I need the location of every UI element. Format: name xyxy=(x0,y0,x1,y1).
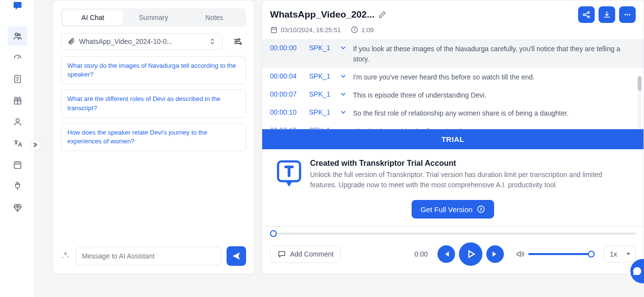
file-select-dropdown[interactable]: WhatsApp_Video_2024-10-0... xyxy=(61,33,223,50)
svg-point-14 xyxy=(629,14,630,16)
speaker: SPK_1 xyxy=(309,90,333,98)
send-button[interactable] xyxy=(227,246,246,266)
current-time: 0:00 xyxy=(415,250,428,258)
sidebar-item-translate[interactable] xyxy=(8,134,27,153)
speaker: SPK_1 xyxy=(309,108,333,116)
trial-banner: TRIAL xyxy=(262,129,644,149)
chevron-down-icon[interactable] xyxy=(339,72,347,81)
send-icon xyxy=(231,251,241,261)
skip-forward-icon xyxy=(491,250,499,258)
svg-point-12 xyxy=(624,14,626,16)
sidebar-item-premium[interactable] xyxy=(8,198,27,218)
chevron-down-icon[interactable] xyxy=(339,90,347,99)
more-button[interactable] xyxy=(619,6,636,23)
calendar-icon xyxy=(270,26,278,34)
transcript-row[interactable]: 00:00:13 SPK_1 That is why Devi is also … xyxy=(262,122,644,129)
transcript-text: I'm sure you've never heard this before … xyxy=(353,72,636,82)
page-title: WhatsApp_Video_202... xyxy=(270,9,374,20)
tab-notes[interactable]: Notes xyxy=(184,10,245,25)
download-icon xyxy=(602,10,611,19)
suggestion-item[interactable]: How does the speaker relate Devi's journ… xyxy=(61,123,246,151)
chevron-down-icon[interactable] xyxy=(339,108,347,118)
upgrade-box: Created with Transkriptor Trial Account … xyxy=(262,149,644,200)
svg-point-1 xyxy=(18,34,20,36)
paperclip-icon xyxy=(67,38,75,45)
sidebar-item-people[interactable] xyxy=(8,26,27,46)
logo xyxy=(0,0,35,12)
timestamp: 00:00:13 xyxy=(270,126,303,129)
audio-player: Add Comment 0:00 1x xyxy=(262,226,644,274)
suggestion-item[interactable]: What story do the images of Navadurga te… xyxy=(61,56,246,84)
edit-icon[interactable] xyxy=(378,11,386,19)
suggestion-item[interactable]: What are the different roles of Devi as … xyxy=(61,89,246,118)
upgrade-desc: Unlock the full version of Transkriptor.… xyxy=(310,170,630,190)
sidebar-item-integration[interactable] xyxy=(8,177,27,196)
timestamp: 00:00:10 xyxy=(270,108,303,116)
tab-summary[interactable]: Summary xyxy=(123,10,184,25)
sidebar xyxy=(0,0,35,297)
get-full-version-button[interactable]: Get Full Version xyxy=(412,200,494,218)
volume-handle[interactable] xyxy=(588,251,595,257)
svg-point-18 xyxy=(478,206,484,213)
transcript-row[interactable]: 00:00:04 SPK_1 I'm sure you've never hea… xyxy=(262,68,644,86)
sidebar-item-profile[interactable] xyxy=(8,112,27,132)
volume-slider[interactable] xyxy=(528,253,592,255)
speed-select[interactable]: 1x xyxy=(603,246,636,262)
transkriptor-logo xyxy=(276,159,302,190)
timestamp: 00:00:07 xyxy=(270,90,303,98)
svg-rect-15 xyxy=(271,27,277,33)
download-button[interactable] xyxy=(599,6,615,23)
skip-back-icon xyxy=(442,250,451,258)
transcript-text: So the first role of relationship any wo… xyxy=(353,108,636,119)
transcript-row[interactable]: 00:00:10 SPK_1 So the first role of rela… xyxy=(262,104,644,122)
sidebar-item-document[interactable] xyxy=(8,69,27,89)
play-icon xyxy=(465,249,476,259)
speaker: SPK_1 xyxy=(309,44,333,52)
comment-icon xyxy=(277,250,286,258)
sidebar-expand-button[interactable] xyxy=(29,139,41,151)
svg-point-13 xyxy=(627,14,628,16)
chevron-down-icon[interactable] xyxy=(339,126,347,129)
file-select-name: WhatsApp_Video_2024-10-0... xyxy=(79,38,205,45)
share-button[interactable] xyxy=(578,6,595,23)
sidebar-item-calendar[interactable] xyxy=(8,155,27,175)
chat-icon xyxy=(632,266,643,277)
suggestion-list: What story do the images of Navadurga te… xyxy=(61,56,246,151)
scrollbar[interactable] xyxy=(638,76,642,129)
svg-point-6 xyxy=(238,39,240,40)
prev-button[interactable] xyxy=(437,245,455,263)
dots-icon xyxy=(623,10,632,19)
progress-bar[interactable] xyxy=(270,233,636,235)
arrow-circle-icon xyxy=(477,205,485,214)
sparkle-icon xyxy=(61,251,71,261)
transcript-list: 00:00:00 SPK_1 If you look at these imag… xyxy=(262,40,644,129)
upgrade-title: Created with Transkriptor Trial Account xyxy=(310,159,630,168)
ai-chat-panel: AI Chat Summary Notes WhatsApp_Video_202… xyxy=(53,0,254,274)
tab-ai-chat[interactable]: AI Chat xyxy=(62,10,123,25)
transcript-text: That is why Devi is also first a daughte… xyxy=(353,126,636,129)
transcript-row[interactable]: 00:00:07 SPK_1 This is episode three of … xyxy=(262,86,644,104)
progress-handle[interactable] xyxy=(270,230,277,237)
svg-rect-5 xyxy=(14,162,21,168)
meta-duration: 1:09 xyxy=(351,26,374,34)
message-input[interactable] xyxy=(76,247,222,265)
sidebar-item-speed[interactable] xyxy=(8,48,27,67)
add-comment-button[interactable]: Add Comment xyxy=(270,245,341,263)
filter-button[interactable] xyxy=(229,33,246,50)
volume-icon[interactable] xyxy=(516,250,524,258)
timestamp: 00:00:00 xyxy=(270,44,303,52)
chevron-down-icon[interactable] xyxy=(339,44,347,53)
play-button[interactable] xyxy=(459,242,482,266)
meta-date: 03/10/2024, 16:25:51 xyxy=(270,26,341,34)
transcript-panel: WhatsApp_Video_202... 03/10/2024, 16:25:… xyxy=(262,0,644,274)
timestamp: 00:00:04 xyxy=(270,72,303,80)
svg-point-7 xyxy=(236,40,237,42)
sidebar-item-gift[interactable] xyxy=(8,91,27,110)
transcript-row[interactable]: 00:00:00 SPK_1 If you look at these imag… xyxy=(262,40,644,68)
volume-control xyxy=(516,250,592,258)
next-button[interactable] xyxy=(486,245,504,263)
svg-point-4 xyxy=(16,119,19,122)
speaker: SPK_1 xyxy=(309,72,333,80)
tabs: AI Chat Summary Notes xyxy=(61,8,246,27)
transcript-text: This is episode three of understanding D… xyxy=(353,90,636,100)
